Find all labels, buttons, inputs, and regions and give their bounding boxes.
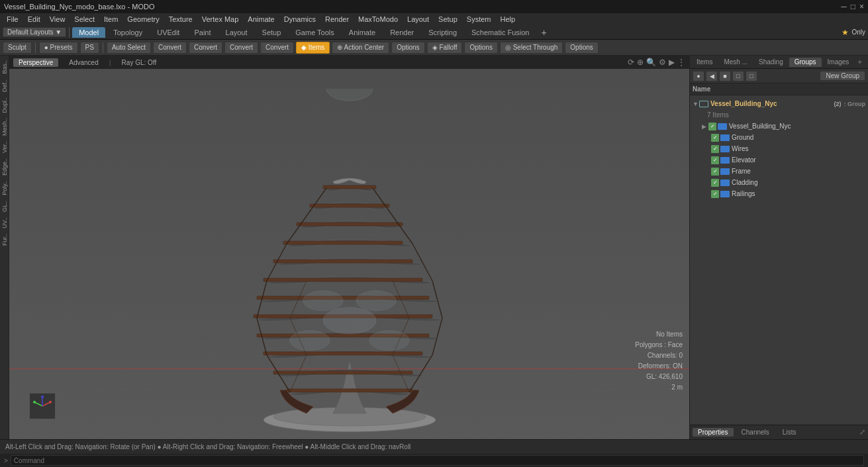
viewport[interactable]: Perspective Advanced | Ray GL: Off ⟳ ⊕ 🔍… — [9, 56, 689, 439]
menu-render[interactable]: Render — [321, 15, 353, 24]
menu-dynamics[interactable]: Dynamics — [280, 15, 320, 24]
layout-tab-topology[interactable]: Topology — [107, 27, 149, 38]
action-center-button[interactable]: ⊕ Action Center — [332, 42, 389, 54]
rp-btn-5[interactable]: □ — [746, 71, 757, 81]
select-through-button[interactable]: ◎ Select Through — [500, 42, 563, 54]
convert2-button[interactable]: Convert — [189, 42, 222, 54]
layout-tab-schematic[interactable]: Schematic Fusion — [465, 27, 536, 38]
rp-tab-images[interactable]: Images — [822, 58, 855, 66]
tree-item-root[interactable]: ▼ Vessel_Building_Nyc (2) : Group — [691, 98, 867, 109]
vis-icon-vessel[interactable]: ✓ — [708, 123, 716, 130]
menu-view[interactable]: View — [46, 15, 70, 24]
tree-item-cladding[interactable]: ✓ Cladding — [691, 177, 867, 188]
menu-help[interactable]: Help — [496, 15, 519, 24]
layout-tab-paint[interactable]: Paint — [187, 27, 217, 38]
menu-file[interactable]: File — [3, 15, 23, 24]
auto-select-button[interactable]: Auto Select — [107, 42, 151, 54]
menu-vertexmap[interactable]: Vertex Map — [198, 15, 243, 24]
left-tab-mesh[interactable]: Mesh.. — [1, 116, 9, 138]
convert4-button[interactable]: Convert — [260, 42, 294, 54]
convert3-button[interactable]: Convert — [224, 42, 258, 54]
minimize-button[interactable]: ─ — [841, 2, 847, 11]
options2-button[interactable]: Options — [464, 42, 497, 54]
tree-item-railings[interactable]: ✓ Railings — [691, 188, 867, 199]
options1-button[interactable]: Options — [391, 42, 424, 54]
tree-item-vessel[interactable]: ▶ ✓ Vessel_Building_Nyc — [691, 121, 867, 132]
presets-button[interactable]: ● Presets — [39, 42, 78, 54]
convert1-button[interactable]: Convert — [153, 42, 187, 54]
layout-tab-setup[interactable]: Setup — [256, 27, 288, 38]
menu-geometry[interactable]: Geometry — [123, 15, 163, 24]
default-layouts-button[interactable]: Default Layouts ▼ — [3, 27, 66, 37]
vp-icon-zoom[interactable]: ⊕ — [637, 58, 644, 67]
command-input[interactable] — [11, 455, 864, 466]
vp-icon-more[interactable]: ⋮ — [677, 58, 685, 67]
menu-select[interactable]: Select — [70, 15, 99, 24]
sculpt-button[interactable]: Sculpt — [3, 42, 32, 54]
layout-tab-add-button[interactable]: + — [537, 26, 550, 39]
menu-setup[interactable]: Setup — [434, 15, 461, 24]
vis-icon-ground[interactable]: ✓ — [711, 134, 719, 142]
left-tab-fur[interactable]: Fur.. — [1, 232, 9, 248]
layout-tab-uvedit[interactable]: UVEdit — [150, 27, 186, 38]
menu-edit[interactable]: Edit — [24, 15, 44, 24]
rp-btn-3[interactable]: ■ — [719, 71, 731, 81]
vp-icon-play[interactable]: ▶ — [669, 58, 675, 67]
scene-tree[interactable]: ▼ Vessel_Building_Nyc (2) : Group 7 Item… — [690, 97, 868, 425]
vis-icon-elevator[interactable]: ✓ — [711, 156, 719, 164]
layout-tab-render[interactable]: Render — [383, 27, 420, 38]
rp-bottom-tab-properties[interactable]: Properties — [693, 428, 734, 437]
vis-icon-frame[interactable]: ✓ — [711, 168, 719, 176]
vis-icon-cladding[interactable]: ✓ — [711, 179, 719, 187]
left-tab-edge[interactable]: Edge.. — [1, 156, 9, 178]
left-tab-dupl[interactable]: Dupl.. — [1, 95, 9, 115]
left-tab-ver[interactable]: Ver.. — [1, 139, 9, 155]
layout-tab-model[interactable]: Model — [72, 27, 105, 38]
menu-system[interactable]: System — [463, 15, 495, 24]
ps-button[interactable]: PS — [80, 42, 99, 54]
tree-item-ground[interactable]: ✓ Ground — [691, 132, 867, 143]
menu-texture[interactable]: Texture — [165, 15, 197, 24]
titlebar-controls[interactable]: ─ □ × — [841, 2, 864, 11]
tree-item-wires[interactable]: ✓ Wires — [691, 143, 867, 154]
layout-tab-layout[interactable]: Layout — [219, 27, 254, 38]
left-tab-bas[interactable]: Bas.. — [1, 58, 9, 76]
rp-tab-mesh[interactable]: Mesh ... — [718, 58, 753, 66]
vp-icon-rotate[interactable]: ⟳ — [628, 58, 634, 67]
rp-btn-1[interactable]: ● — [693, 71, 704, 81]
expand-arrow-root[interactable]: ▼ — [693, 101, 699, 107]
rp-tab-add-button[interactable]: + — [855, 57, 865, 68]
tree-item-elevator[interactable]: ✓ Elevator — [691, 154, 867, 166]
vp-tab-raygl[interactable]: Ray GL: Off — [117, 58, 162, 67]
menu-item[interactable]: Item — [100, 15, 122, 24]
vp-tab-perspective[interactable]: Perspective — [13, 58, 58, 67]
rp-tab-items[interactable]: Items — [691, 58, 718, 66]
left-tab-gl[interactable]: GL.. — [1, 199, 9, 214]
menu-maxtomodo[interactable]: MaxToModo — [354, 15, 402, 24]
options3-button[interactable]: Options — [565, 42, 598, 54]
rp-bottom-tab-channels[interactable]: Channels — [736, 428, 775, 437]
menu-animate[interactable]: Animate — [244, 15, 278, 24]
rp-btn-2[interactable]: ◀ — [706, 71, 718, 81]
left-tab-def[interactable]: Def.. — [1, 78, 9, 94]
layout-tab-scripting[interactable]: Scripting — [422, 27, 463, 38]
new-group-button[interactable]: New Group — [820, 71, 865, 81]
vp-icon-settings[interactable]: ⚙ — [659, 58, 666, 67]
vp-tab-advanced[interactable]: Advanced — [64, 58, 103, 67]
menu-layout[interactable]: Layout — [403, 15, 433, 24]
rp-expand-button[interactable]: ⤢ — [859, 428, 865, 437]
falloff-button[interactable]: ◈ Falloff — [427, 42, 463, 54]
items-button[interactable]: ◆ Items — [296, 42, 330, 54]
left-tab-poly[interactable]: Poly.. — [1, 179, 9, 197]
rp-tab-groups[interactable]: Groups — [789, 58, 822, 67]
rp-tab-shading[interactable]: Shading — [753, 58, 789, 66]
vp-icon-search[interactable]: 🔍 — [646, 58, 656, 67]
vis-icon-wires[interactable]: ✓ — [711, 145, 719, 153]
tree-item-frame[interactable]: ✓ Frame — [691, 166, 867, 177]
rp-bottom-tab-lists[interactable]: Lists — [777, 428, 802, 437]
rp-btn-4[interactable]: □ — [732, 71, 744, 81]
maximize-button[interactable]: □ — [851, 2, 855, 11]
vis-icon-railings[interactable]: ✓ — [711, 190, 719, 198]
layout-tab-animate[interactable]: Animate — [342, 27, 382, 38]
close-button[interactable]: × — [859, 2, 864, 11]
